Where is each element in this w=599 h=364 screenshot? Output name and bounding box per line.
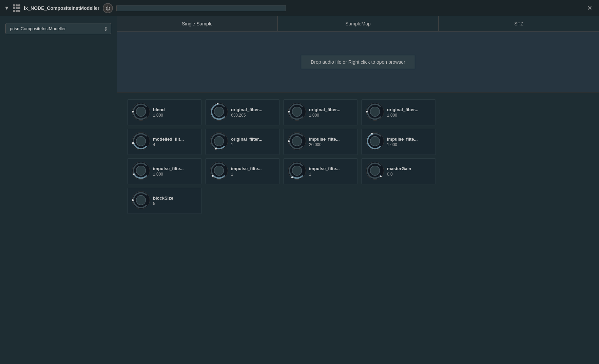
knob-cell-2-0[interactable]: impulse_filte...1.000 [127, 158, 202, 184]
knob-info-2-1: impulse_filte...1 [231, 166, 262, 177]
knob-value-1-2: 20.000 [309, 142, 340, 147]
svg-point-31 [292, 166, 302, 176]
svg-point-2 [132, 111, 134, 113]
knob-info-1-3: impulse_filte...1.000 [387, 137, 418, 147]
svg-point-8 [288, 111, 290, 113]
knob-svg-0-0 [132, 102, 150, 122]
knob-value-1-1: 1 [231, 142, 262, 147]
knob-svg-2-1 [210, 161, 228, 181]
knobs-row-1: modelled_filt...4 original_filter...1 im… [127, 129, 589, 155]
knob-label-2-3: masterGain [387, 166, 411, 171]
knob-label-0-2: original_filter... [309, 107, 340, 112]
knob-info-1-0: modelled_filt...4 [153, 137, 184, 147]
knob-svg-2-0 [132, 161, 150, 181]
menu-arrow-icon[interactable]: ▼ [4, 5, 9, 11]
knob-svg-1-1 [210, 132, 228, 152]
knob-info-1-2: impulse_filte...20.000 [309, 137, 340, 147]
knob-info-0-2: original_filter...1.000 [309, 107, 340, 118]
knobs-row-2: impulse_filte...1.000 impulse_filte...1 … [127, 158, 589, 184]
knob-cell-0-1[interactable]: original_filter...630.205 [205, 99, 280, 125]
preset-select[interactable]: prismCompositeInstModeller [5, 23, 111, 34]
knob-svg-3-0 [132, 191, 150, 211]
svg-point-4 [214, 107, 224, 117]
knob-info-3-0: blockSize5 [153, 196, 173, 206]
svg-point-29 [212, 175, 214, 177]
knob-label-1-2: impulse_filte... [309, 137, 340, 142]
svg-point-22 [370, 137, 380, 146]
close-button[interactable]: ✕ [584, 3, 595, 13]
dots-icon [13, 4, 20, 12]
knob-cell-1-1[interactable]: original_filter...1 [205, 129, 280, 155]
knob-info-2-2: impulse_filte...1 [309, 166, 340, 177]
svg-point-19 [292, 137, 302, 146]
sidebar: prismCompositeInstModeller ⇕ [0, 16, 117, 364]
knob-value-1-0: 4 [153, 142, 184, 147]
tabs-bar: Single Sample SampleMap SFZ [117, 16, 599, 32]
knob-cell-2-3[interactable]: masterGain0.0 [361, 158, 436, 184]
knob-cell-1-0[interactable]: modelled_filt...4 [127, 129, 202, 155]
knob-label-2-2: impulse_filte... [309, 166, 340, 171]
svg-point-14 [132, 142, 134, 144]
knob-label-1-0: modelled_filt... [153, 137, 184, 142]
knob-value-0-2: 1.000 [309, 113, 340, 118]
svg-point-20 [288, 140, 290, 142]
knob-label-0-1: original_filter... [231, 107, 262, 112]
knob-value-0-1: 630.205 [231, 113, 262, 118]
knob-value-2-0: 1.000 [153, 172, 183, 177]
knob-value-3-0: 5 [153, 201, 173, 206]
knob-svg-2-2 [288, 161, 306, 181]
svg-point-35 [380, 176, 382, 177]
knob-cell-0-2[interactable]: original_filter...1.000 [283, 99, 358, 125]
power-button[interactable]: ⏻ [103, 3, 113, 13]
svg-point-13 [136, 137, 146, 146]
knob-info-0-0: blend1.000 [153, 107, 165, 118]
knob-label-1-3: impulse_filte... [387, 137, 418, 142]
knob-cell-1-3[interactable]: impulse_filte...1.000 [361, 129, 436, 155]
knob-svg-1-3 [366, 132, 384, 152]
svg-point-5 [217, 103, 218, 104]
drop-zone[interactable]: Drop audio file or Right click to open b… [117, 32, 599, 93]
knob-value-0-0: 1.000 [153, 113, 165, 118]
svg-point-17 [215, 148, 217, 149]
content-area: Single Sample SampleMap SFZ Drop audio f… [117, 16, 599, 364]
knob-cell-1-2[interactable]: impulse_filte...20.000 [283, 129, 358, 155]
knob-svg-1-0 [132, 132, 150, 152]
svg-point-23 [371, 133, 373, 135]
svg-point-37 [136, 196, 146, 205]
knob-label-2-0: impulse_filte... [153, 166, 183, 171]
svg-point-16 [214, 137, 224, 146]
drop-zone-label[interactable]: Drop audio file or Right click to open b… [301, 55, 415, 69]
svg-point-34 [370, 166, 380, 176]
title-bar: ▼ fx_NODE_CompositeInstModeller ⏻ ✕ [0, 0, 599, 16]
window-title: fx_NODE_CompositeInstModeller [24, 5, 99, 11]
knob-label-0-0: blend [153, 107, 165, 112]
knob-cell-0-0[interactable]: blend1.000 [127, 99, 202, 125]
knob-cell-2-2[interactable]: impulse_filte...1 [283, 158, 358, 184]
tab-samplemap[interactable]: SampleMap [278, 16, 439, 31]
preset-select-wrap[interactable]: prismCompositeInstModeller ⇕ [5, 23, 111, 34]
svg-point-25 [136, 166, 146, 176]
svg-point-38 [132, 199, 134, 201]
svg-point-10 [370, 107, 380, 117]
knob-label-1-1: original_filter... [231, 137, 262, 142]
knob-svg-0-1 [210, 102, 228, 122]
knob-svg-0-3 [366, 102, 384, 122]
svg-point-26 [133, 174, 135, 175]
knob-info-0-3: original_filter...1.000 [387, 107, 418, 118]
knob-info-2-0: impulse_filte...1.000 [153, 166, 183, 177]
knob-label-2-1: impulse_filte... [231, 166, 262, 171]
tab-sfz[interactable]: SFZ [439, 16, 599, 31]
svg-point-32 [291, 176, 293, 178]
svg-point-7 [292, 107, 302, 117]
knob-info-0-1: original_filter...630.205 [231, 107, 262, 118]
knob-value-2-3: 0.0 [387, 172, 411, 177]
knob-value-2-1: 1 [231, 172, 262, 177]
knob-info-1-1: original_filter...1 [231, 137, 262, 147]
knob-cell-3-0[interactable]: blockSize5 [127, 188, 202, 214]
knob-cell-2-1[interactable]: impulse_filte...1 [205, 158, 280, 184]
knob-label-0-3: original_filter... [387, 107, 418, 112]
svg-point-28 [214, 166, 224, 176]
knob-value-2-2: 1 [309, 172, 340, 177]
knob-cell-0-3[interactable]: original_filter...1.000 [361, 99, 436, 125]
tab-single-sample[interactable]: Single Sample [117, 16, 278, 31]
